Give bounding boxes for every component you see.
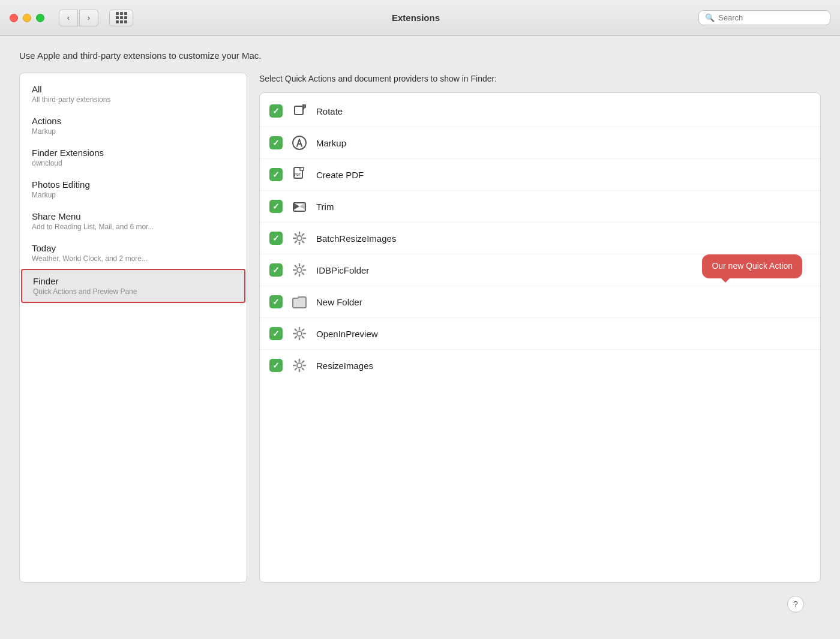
callout-bubble: Our new Quick Action bbox=[702, 254, 802, 278]
sidebar-item-title: Actions bbox=[32, 116, 235, 126]
ext-item-trim: ✓ Trim bbox=[260, 191, 820, 223]
help-button[interactable]: ? bbox=[787, 596, 804, 613]
nav-buttons: ‹ › bbox=[59, 10, 98, 26]
sidebar-item-subtitle: Add to Reading List, Mail, and 6 mor... bbox=[32, 223, 235, 231]
ext-item-idbpicfolder: ✓ IDBPicFolderOur new Quick Action bbox=[260, 254, 820, 286]
ext-name-resize-images: ResizeImages bbox=[316, 361, 373, 371]
check-icon: ✓ bbox=[272, 106, 280, 116]
markup-icon bbox=[290, 133, 309, 152]
ext-item-create-pdf: ✓ PDF Create PDF bbox=[260, 159, 820, 191]
svg-marker-9 bbox=[293, 203, 299, 210]
search-input[interactable] bbox=[718, 13, 824, 22]
checkbox-new-folder[interactable]: ✓ bbox=[269, 295, 283, 308]
check-icon: ✓ bbox=[272, 138, 280, 148]
svg-point-13 bbox=[297, 331, 302, 336]
ext-item-resize-images: ✓ ResizeImages bbox=[260, 350, 820, 381]
ext-name-trim: Trim bbox=[316, 202, 334, 212]
svg-marker-10 bbox=[299, 203, 305, 210]
check-icon: ✓ bbox=[272, 202, 280, 211]
sidebar: All All third-party extensions Actions M… bbox=[19, 73, 247, 583]
checkbox-idbpicfolder[interactable]: ✓ bbox=[269, 263, 283, 277]
traffic-lights bbox=[10, 14, 44, 22]
gear-icon bbox=[290, 260, 309, 280]
svg-text:PDF: PDF bbox=[295, 173, 301, 176]
sidebar-item-photos-editing[interactable]: Photos Editing Markup bbox=[20, 173, 247, 205]
sidebar-item-subtitle: Markup bbox=[32, 127, 235, 136]
folder-icon bbox=[290, 292, 309, 311]
ext-name-new-folder: New Folder bbox=[316, 297, 362, 307]
sidebar-item-subtitle: All third-party extensions bbox=[32, 95, 235, 104]
sidebar-item-subtitle: Weather, World Clock, and 2 more... bbox=[32, 254, 235, 263]
right-panel: Select Quick Actions and document provid… bbox=[259, 73, 821, 583]
ext-name-create-pdf: Create PDF bbox=[316, 170, 364, 180]
checkbox-batch-resize[interactable]: ✓ bbox=[269, 232, 283, 245]
sidebar-item-share-menu[interactable]: Share Menu Add to Reading List, Mail, an… bbox=[20, 205, 247, 237]
sidebar-item-finder-extensions[interactable]: Finder Extensions owncloud bbox=[20, 142, 247, 173]
checkbox-markup[interactable]: ✓ bbox=[269, 136, 283, 149]
sidebar-item-today[interactable]: Today Weather, World Clock, and 2 more..… bbox=[20, 237, 247, 269]
search-icon: 🔍 bbox=[705, 13, 715, 22]
sidebar-item-subtitle: Quick Actions and Preview Pane bbox=[33, 287, 233, 296]
back-button[interactable]: ‹ bbox=[59, 10, 78, 26]
fullscreen-button[interactable] bbox=[36, 14, 44, 22]
svg-point-11 bbox=[297, 236, 302, 241]
ext-name-open-in-preview: OpenInPreview bbox=[316, 329, 378, 339]
page-description: Use Apple and third-party extensions to … bbox=[19, 50, 821, 61]
titlebar: ‹ › Extensions 🔍 bbox=[0, 0, 840, 36]
search-box[interactable]: 🔍 bbox=[698, 10, 830, 25]
checkbox-open-in-preview[interactable]: ✓ bbox=[269, 327, 283, 340]
check-icon: ✓ bbox=[272, 233, 280, 243]
ext-name-idbpicfolder: IDBPicFolder bbox=[316, 265, 369, 275]
gear-icon bbox=[290, 229, 309, 248]
sidebar-item-title: Finder bbox=[33, 276, 233, 286]
trim-icon bbox=[290, 197, 309, 216]
sidebar-item-title: Today bbox=[32, 243, 235, 253]
sidebar-item-finder[interactable]: Finder Quick Actions and Preview Pane bbox=[21, 269, 245, 303]
ext-item-rotate: ✓ Rotate bbox=[260, 95, 820, 127]
gear-icon bbox=[290, 324, 309, 343]
pdf-icon: PDF bbox=[290, 165, 309, 184]
check-icon: ✓ bbox=[272, 297, 280, 307]
svg-rect-7 bbox=[300, 167, 304, 170]
forward-button[interactable]: › bbox=[79, 10, 98, 26]
grid-icon bbox=[116, 12, 127, 23]
check-icon: ✓ bbox=[272, 329, 280, 338]
sidebar-item-all[interactable]: All All third-party extensions bbox=[20, 78, 247, 110]
ext-item-open-in-preview: ✓ OpenInPreview bbox=[260, 318, 820, 350]
extensions-list: ✓ Rotate✓ Markup✓ PDF Create PDF✓ Trim✓ … bbox=[259, 92, 821, 583]
right-description: Select Quick Actions and document provid… bbox=[259, 73, 821, 85]
checkbox-resize-images[interactable]: ✓ bbox=[269, 359, 283, 372]
sidebar-item-title: Share Menu bbox=[32, 211, 235, 221]
check-icon: ✓ bbox=[272, 361, 280, 370]
checkbox-rotate[interactable]: ✓ bbox=[269, 104, 283, 118]
checkbox-create-pdf[interactable]: ✓ bbox=[269, 168, 283, 181]
ext-item-new-folder: ✓ New Folder bbox=[260, 286, 820, 318]
svg-rect-0 bbox=[295, 106, 303, 115]
ext-item-markup: ✓ Markup bbox=[260, 127, 820, 159]
sidebar-item-subtitle: owncloud bbox=[32, 159, 235, 167]
ext-name-markup: Markup bbox=[316, 138, 346, 148]
close-button[interactable] bbox=[10, 14, 18, 22]
sidebar-item-subtitle: Markup bbox=[32, 191, 235, 199]
svg-point-1 bbox=[293, 136, 306, 149]
check-icon: ✓ bbox=[272, 170, 280, 179]
window-title: Extensions bbox=[140, 13, 691, 23]
sidebar-item-title: Finder Extensions bbox=[32, 148, 235, 158]
svg-point-14 bbox=[297, 363, 302, 368]
ext-item-batch-resize: ✓ BatchResizeImages bbox=[260, 223, 820, 254]
sidebar-item-actions[interactable]: Actions Markup bbox=[20, 110, 247, 142]
svg-point-12 bbox=[297, 268, 302, 272]
panels: All All third-party extensions Actions M… bbox=[19, 73, 821, 583]
footer-area: ? bbox=[19, 595, 821, 625]
gear-icon bbox=[290, 356, 309, 375]
check-icon: ✓ bbox=[272, 265, 280, 275]
checkbox-trim[interactable]: ✓ bbox=[269, 200, 283, 213]
sidebar-item-title: All bbox=[32, 84, 235, 94]
minimize-button[interactable] bbox=[23, 14, 31, 22]
ext-name-batch-resize: BatchResizeImages bbox=[316, 233, 396, 244]
ext-name-rotate: Rotate bbox=[316, 106, 343, 116]
sidebar-item-title: Photos Editing bbox=[32, 179, 235, 190]
rotate-icon bbox=[290, 101, 309, 121]
main-content: Use Apple and third-party extensions to … bbox=[0, 36, 840, 639]
grid-view-button[interactable] bbox=[109, 10, 133, 26]
